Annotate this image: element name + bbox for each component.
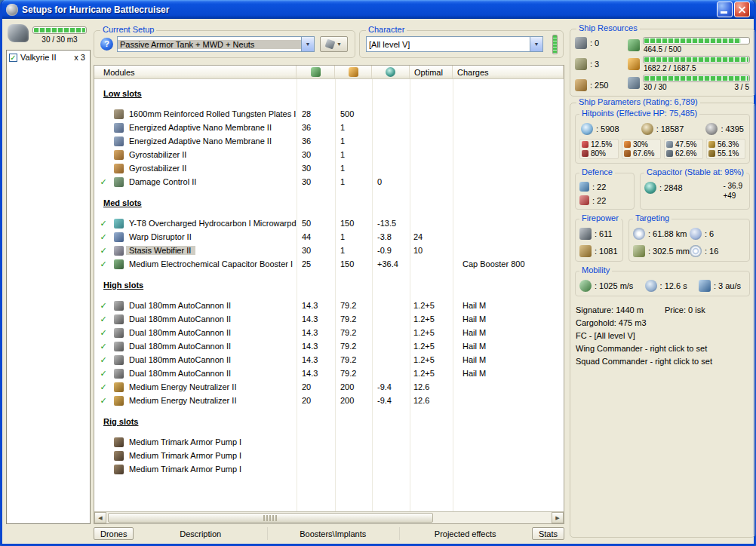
module-row[interactable]: Energized Adaptive Nano Membrane II361: [94, 134, 564, 148]
tab-description[interactable]: Description: [135, 527, 265, 540]
modules-body: Low slots1600mm Reinforced Rolled Tungst…: [94, 79, 564, 511]
module-row[interactable]: Dual 180mm AutoCannon II14.379.21.2+5Hai…: [94, 312, 564, 326]
armor-resist-line: 62.6%: [666, 149, 701, 158]
tab-stats[interactable]: Stats: [532, 527, 564, 540]
capacitor-icon: [386, 67, 395, 77]
rig-module-icon: [114, 451, 124, 461]
charges-column-header[interactable]: Charges: [453, 66, 564, 78]
autocannon-module-icon: [114, 328, 124, 338]
module-row[interactable]: Dual 180mm AutoCannon II14.379.21.2+5Hai…: [94, 326, 564, 339]
scroll-right-button[interactable]: [552, 512, 564, 523]
module-row[interactable]: Damage Control II3010: [94, 175, 564, 189]
autocannon-module-icon: [114, 355, 124, 365]
module-row[interactable]: Stasis Webifier II301-0.910: [94, 244, 564, 257]
module-capacitor-value: -0.9: [372, 246, 410, 255]
titlebar[interactable]: Setups for Hurricane Battlecruiser: [2, 0, 754, 19]
module-row[interactable]: Medium Energy Neutralizer II20200-9.412.…: [94, 380, 564, 394]
module-row[interactable]: Medium Electrochemical Capacitor Booster…: [94, 257, 564, 271]
scroll-thumb[interactable]: [108, 513, 433, 523]
squad-commander-text[interactable]: Squad Commander - right click to set: [576, 357, 750, 366]
minimize-button[interactable]: [717, 2, 733, 17]
fitted-check-icon: [94, 301, 112, 311]
cpu-column-header[interactable]: [297, 66, 335, 78]
module-charges-value: Hail M: [453, 342, 564, 351]
module-name: Energized Adaptive Nano Membrane II: [126, 136, 276, 146]
module-row[interactable]: Dual 180mm AutoCannon II14.379.21.2+5Hai…: [94, 353, 564, 367]
drone-list[interactable]: Valkyrie IIx 3: [6, 50, 91, 524]
signature-text: Signature: 1440 m: [576, 305, 644, 314]
tab-drones[interactable]: Drones: [94, 527, 134, 540]
module-row[interactable]: Dual 180mm AutoCannon II14.379.21.2+5Hai…: [94, 367, 564, 380]
capacitor-column-header[interactable]: [372, 66, 410, 78]
modules-column-header[interactable]: Modules: [94, 66, 297, 78]
wing-commander-text[interactable]: Wing Commander - right click to set: [576, 344, 750, 353]
tab-projected-effects[interactable]: Projected effects: [399, 527, 530, 540]
module-name: Dual 180mm AutoCannon II: [126, 301, 235, 310]
shield-resist-value: 47.5%: [675, 140, 696, 149]
horizontal-scrollbar[interactable]: [94, 511, 564, 523]
module-name: Dual 180mm AutoCannon II: [126, 355, 235, 364]
module-row[interactable]: Medium Trimark Armor Pump I: [94, 449, 564, 462]
shield-recharge-icon: [579, 182, 589, 192]
launcher-hardpoints-value: : 3: [590, 60, 599, 69]
drone-checkbox[interactable]: [9, 54, 17, 62]
structure-icon: [705, 123, 718, 135]
module-name: Medium Trimark Armor Pump I: [126, 451, 246, 460]
close-button[interactable]: [734, 2, 750, 17]
scroll-track[interactable]: [106, 512, 552, 523]
module-row[interactable]: Medium Trimark Armor Pump I: [94, 435, 564, 449]
module-cpu-value: 30: [297, 246, 335, 255]
module-powergrid-value: 1: [335, 177, 372, 186]
hitpoints-group: Hitpoints (Effective HP: 75,485) : 5908 …: [575, 114, 750, 164]
module-optimal-value: 12.6: [410, 396, 453, 405]
module-cpu-value: 14.3: [297, 369, 335, 378]
module-charges-value: Hail M: [453, 355, 564, 364]
setup-tools-button[interactable]: [320, 36, 348, 52]
module-powergrid-value: 1: [335, 246, 372, 255]
warp-speed-icon: [699, 280, 711, 292]
module-row[interactable]: Y-T8 Overcharged Hydrocarbon I Microwarp…: [94, 216, 564, 230]
module-powergrid-value: 1: [335, 150, 372, 159]
module-row[interactable]: Medium Trimark Armor Pump I: [94, 462, 564, 476]
current-setup-group: Current Setup Passive Armor Tank + MWD +…: [94, 30, 355, 58]
column-divider: [410, 79, 410, 511]
module-row[interactable]: Energized Adaptive Nano Membrane II361: [94, 121, 564, 134]
module-powergrid-value: 1: [335, 164, 372, 173]
disruptor-module-icon: [114, 232, 124, 242]
fitted-check-icon: [94, 232, 112, 242]
module-optimal-value: 1.2+5: [410, 369, 453, 378]
optimal-column-header[interactable]: Optimal: [410, 66, 453, 78]
structure-hp-value: : 4395: [721, 124, 744, 133]
character-select[interactable]: [All level V]: [366, 36, 543, 52]
module-row[interactable]: Warp Disruptor II441-3.824: [94, 230, 564, 244]
module-row[interactable]: 1600mm Reinforced Rolled Tungsten Plates…: [94, 107, 564, 121]
powergrid-column-header[interactable]: [335, 66, 372, 78]
setup-dropdown-arrow-icon[interactable]: [301, 37, 314, 51]
module-row[interactable]: Dual 180mm AutoCannon II14.379.21.2+5Hai…: [94, 299, 564, 312]
module-powergrid-value: 150: [335, 219, 372, 228]
help-icon[interactable]: [100, 38, 113, 51]
explosive-armor-resist-icon: [708, 150, 715, 157]
column-divider: [453, 79, 453, 511]
setup-select[interactable]: Passive Armor Tank + MWD + Neuts: [117, 36, 315, 52]
module-row[interactable]: Gyrostabilizer II301: [94, 148, 564, 161]
defence-group: Defence : 22 : 22: [575, 173, 635, 210]
drone-name: Valkyrie II: [20, 53, 56, 62]
module-row[interactable]: Dual 180mm AutoCannon II14.379.21.2+5Hai…: [94, 339, 564, 353]
drone-list-item[interactable]: Valkyrie IIx 3: [7, 51, 90, 64]
tab-boosters-implants[interactable]: Boosters\Implants: [267, 527, 398, 540]
drone-capacity-bar: [32, 26, 87, 34]
shield-recharge-value: : 22: [592, 183, 606, 192]
slot-section-title: High slots: [103, 281, 143, 290]
module-name: Stasis Webifier II: [126, 246, 195, 255]
resist-cell-kinetic: 47.5%62.6%: [664, 139, 703, 159]
module-name: Gyrostabilizer II: [126, 164, 191, 173]
module-row[interactable]: Gyrostabilizer II301: [94, 161, 564, 175]
module-cpu-value: 44: [297, 232, 335, 241]
module-row[interactable]: Medium Energy Neutralizer II20200-9.412.…: [94, 394, 564, 407]
character-group: Character [All level V]: [359, 30, 564, 58]
scroll-left-button[interactable]: [94, 512, 106, 523]
eft-window: Setups for Hurricane Battlecruiser 30 / …: [0, 0, 756, 546]
column-divider: [297, 79, 297, 511]
character-dropdown-arrow-icon[interactable]: [530, 37, 542, 51]
